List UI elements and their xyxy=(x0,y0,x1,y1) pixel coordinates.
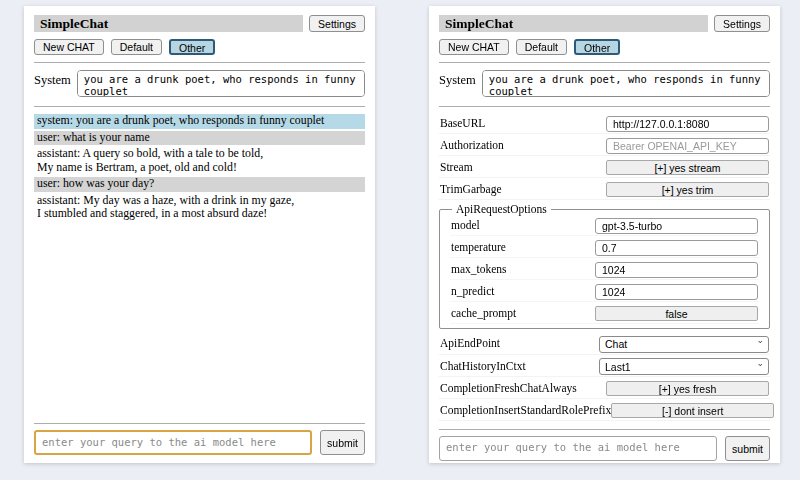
chathistoryinctxt-select[interactable]: Last1 xyxy=(599,358,769,375)
completionfreshchatalways-toggle-button[interactable]: [+] yes fresh xyxy=(606,381,769,396)
stream-toggle-button[interactable]: [+] yes stream xyxy=(606,160,769,175)
setting-row-max-tokens: max_tokens xyxy=(450,259,759,280)
authorization-label: Authorization xyxy=(440,139,504,151)
baseurl-label: BaseURL xyxy=(440,117,485,129)
n-predict-input[interactable] xyxy=(595,284,758,300)
chat-message-assistant: assistant: A query so bold, with a tale … xyxy=(34,147,365,175)
authorization-input[interactable] xyxy=(606,138,769,154)
api-request-options-fieldset: ApiRequestOptions model temperature max_… xyxy=(439,203,770,329)
query-row: submit xyxy=(439,436,770,461)
temperature-input[interactable] xyxy=(595,240,758,256)
completionfreshchatalways-label: CompletionFreshChatAlways xyxy=(440,382,577,394)
n-predict-label: n_predict xyxy=(451,285,494,297)
setting-row-apiendpoint: ApiEndPoint Chat ⌄ xyxy=(439,333,770,355)
session-tab-other[interactable]: Other xyxy=(574,39,620,55)
chathistoryinctxt-label: ChatHistoryInCtxt xyxy=(440,360,526,372)
system-prompt-input[interactable]: you are a drunk poet, who responds in fu… xyxy=(482,70,770,97)
settings-button[interactable]: Settings xyxy=(714,15,770,32)
setting-row-n-predict: n_predict xyxy=(450,281,759,302)
model-input[interactable] xyxy=(595,218,758,234)
api-request-options-legend: ApiRequestOptions xyxy=(452,203,551,215)
divider xyxy=(439,429,770,430)
chat-message-system: system: you are a drunk poet, who respon… xyxy=(34,114,365,129)
system-label: System xyxy=(34,70,71,88)
divider xyxy=(439,62,770,63)
trimgarbage-toggle-button[interactable]: [+] yes trim xyxy=(606,182,769,197)
session-tab-default[interactable]: Default xyxy=(111,39,162,55)
settings-list: BaseURL Authorization Stream [+] yes str… xyxy=(439,113,770,422)
session-tab-other[interactable]: Other xyxy=(169,39,215,55)
completioninsertstandardroleprefix-label: CompletionInsertStandardRolePrefix xyxy=(440,404,611,416)
setting-row-completionfreshchatalways: CompletionFreshChatAlways [+] yes fresh xyxy=(439,378,770,399)
baseurl-input[interactable] xyxy=(606,116,769,132)
header: SimpleChat Settings xyxy=(439,15,770,32)
query-input[interactable] xyxy=(439,436,717,461)
header: SimpleChat Settings xyxy=(34,15,365,32)
chat-message-assistant: assistant: My day was a haze, with a dri… xyxy=(34,194,365,222)
stage: SimpleChat Settings New CHAT Default Oth… xyxy=(0,0,800,463)
stream-label: Stream xyxy=(440,161,473,173)
cache-prompt-toggle-button[interactable]: false xyxy=(595,306,758,321)
completioninsertstandardroleprefix-toggle-button[interactable]: [-] dont insert xyxy=(611,403,774,418)
max-tokens-input[interactable] xyxy=(595,262,758,278)
system-prompt-row: System you are a drunk poet, who respond… xyxy=(439,70,770,97)
session-toolbar: New CHAT Default Other xyxy=(439,39,770,55)
query-row: submit xyxy=(34,430,365,455)
system-label: System xyxy=(439,70,476,88)
chat-message-list: system: you are a drunk poet, who respon… xyxy=(34,114,365,416)
max-tokens-label: max_tokens xyxy=(451,263,507,275)
chat-message-user: user: how was your day? xyxy=(34,177,365,192)
settings-panel: SimpleChat Settings New CHAT Default Oth… xyxy=(429,6,780,463)
cache-prompt-label: cache_prompt xyxy=(451,307,516,319)
app-title: SimpleChat xyxy=(439,15,708,32)
setting-row-temperature: temperature xyxy=(450,237,759,258)
query-input[interactable] xyxy=(34,430,312,455)
system-prompt-row: System you are a drunk poet, who respond… xyxy=(34,70,365,97)
setting-row-authorization: Authorization xyxy=(439,135,770,156)
session-tab-default[interactable]: Default xyxy=(516,39,567,55)
session-toolbar: New CHAT Default Other xyxy=(34,39,365,55)
trimgarbage-label: TrimGarbage xyxy=(440,183,502,195)
setting-row-stream: Stream [+] yes stream xyxy=(439,157,770,178)
divider xyxy=(34,106,365,107)
temperature-label: temperature xyxy=(451,241,506,253)
setting-row-model: model xyxy=(450,215,759,236)
new-chat-button[interactable]: New CHAT xyxy=(439,39,509,55)
setting-row-completioninsertstandardroleprefix: CompletionInsertStandardRolePrefix [-] d… xyxy=(439,400,770,421)
model-label: model xyxy=(451,219,480,231)
apiendpoint-select[interactable]: Chat xyxy=(599,336,769,353)
setting-row-baseurl: BaseURL xyxy=(439,113,770,134)
chat-message-user: user: what is your name xyxy=(34,131,365,146)
setting-row-chathistoryinctxt: ChatHistoryInCtxt Last1 ⌄ xyxy=(439,356,770,378)
submit-button[interactable]: submit xyxy=(320,430,365,455)
divider xyxy=(34,423,365,424)
setting-row-cache-prompt: cache_prompt false xyxy=(450,303,759,324)
chat-panel: SimpleChat Settings New CHAT Default Oth… xyxy=(24,6,375,463)
divider xyxy=(34,62,365,63)
divider xyxy=(439,106,770,107)
app-title: SimpleChat xyxy=(34,15,303,32)
settings-button[interactable]: Settings xyxy=(309,15,365,32)
apiendpoint-label: ApiEndPoint xyxy=(440,337,500,349)
new-chat-button[interactable]: New CHAT xyxy=(34,39,104,55)
setting-row-trimgarbage: TrimGarbage [+] yes trim xyxy=(439,179,770,200)
system-prompt-input[interactable]: you are a drunk poet, who responds in fu… xyxy=(77,70,365,97)
submit-button[interactable]: submit xyxy=(725,436,770,461)
